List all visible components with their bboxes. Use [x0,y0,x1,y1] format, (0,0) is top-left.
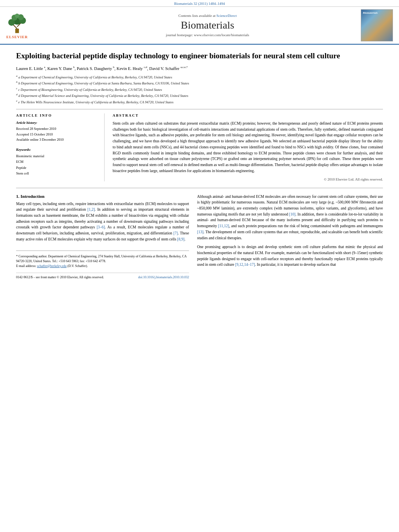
article-info-heading: ARTICLE INFO [16,113,98,117]
ref-9-12-14-17[interactable]: [9,12,14–17] [235,263,255,267]
history-label: Article history: [16,121,98,125]
keyword-3: Peptide [16,165,98,170]
keyword-2: ECM [16,159,98,164]
elsevier-logo: ELSEVIER [4,12,30,39]
body-left-col: 1. Introduction Many cell types, includi… [16,194,189,279]
journal-header: ELSEVIER Contents lists available at Sci… [0,7,399,45]
intro-paragraph-1: Many cell types, including stem cells, r… [16,201,189,242]
elsevier-tree-icon [4,12,30,34]
ref-7[interactable]: [7] [173,231,178,235]
article-history: Article history: Received 28 September 2… [16,121,98,143]
article-title: Exploiting bacterial peptide display tec… [16,51,383,61]
contents-line: Contents lists available at ScienceDirec… [179,14,237,18]
keywords-section: Keywords: Biomimetic material ECM Peptid… [16,148,98,177]
homepage-text: journal homepage: www.elsevier.com/locat… [166,33,249,37]
article-info-col: ARTICLE INFO Article history: Received 2… [16,113,105,181]
intro-paragraph-2: Although animal- and human-derived ECM m… [197,194,383,241]
journal-homepage: journal homepage: www.elsevier.com/locat… [166,33,249,37]
footnote-text: * Corresponding author. Department of Ch… [16,254,189,269]
authors-line: Lauren E. Little a, Karen Y. Dane b, Pat… [16,65,383,72]
top-bar: Biomaterials 32 (2011) 1484–1494 [0,0,399,7]
ref-1-2[interactable]: [1,2] [87,207,95,212]
ref-13[interactable]: [13] [197,230,204,234]
ref-3-6[interactable]: [3–6] [97,225,105,229]
received-date: Received 28 September 2010 [16,126,98,132]
doi-link[interactable]: doi:10.1016/j.biomaterials.2010.10.032 [138,275,189,279]
journal-header-center: Contents lists available at ScienceDirec… [60,9,355,41]
abstract-col: ABSTRACT Stem cells are often cultured o… [113,113,383,181]
affiliation-c: c c Department of Bioengineering, Univer… [16,86,383,92]
intro-paragraph-3: One promising approach is to design and … [197,244,383,268]
intro-heading: 1. Introduction [16,194,189,199]
journal-cover-image: Biomaterials [361,9,393,41]
affiliation-d: d d Department of Material Science and E… [16,92,383,99]
article-info-abstract-section: ARTICLE INFO Article history: Received 2… [16,113,383,181]
body-section: 1. Introduction Many cell types, includi… [16,188,383,279]
elsevier-brand-text: ELSEVIER [6,35,28,39]
bottom-info: 0142-9612/$ – see front matter © 2010 El… [16,273,189,279]
body-two-col: 1. Introduction Many cell types, includi… [16,194,383,279]
contents-text: Contents lists available at [179,14,216,18]
cover-label: Biomaterials [363,11,378,14]
ref-11-12[interactable]: [11,12] [218,224,229,228]
accepted-date: Accepted 15 October 2010 [16,132,98,138]
affiliation-e: e e The Helen Wills Neuroscience Institu… [16,99,383,105]
page-wrapper: Biomaterials 32 (2011) 1484–1494 [0,0,399,287]
journal-title: Biomaterials [181,19,234,31]
svg-point-8 [15,13,19,18]
issn-text: 0142-9612/$ – see front matter © 2010 El… [16,275,104,279]
abstract-text: Stem cells are often cultured on substra… [113,121,383,174]
available-date: Available online 3 December 2010 [16,137,98,143]
affiliations: a a Department of Chemical Engineering, … [16,74,383,105]
elsevier-logo-area: ELSEVIER [4,9,56,41]
article-content: Exploiting bacterial peptide display tec… [0,45,399,287]
affiliation-b: b b Department of Chemical Engineering, … [16,80,383,86]
keyword-4: Stem cell [16,170,98,176]
journal-ref-text: Biomaterials 32 (2011) 1484–1494 [174,2,225,6]
footnote-email: E-mail address: schaffer@berkeley.edu (D… [16,264,88,268]
body-right-col: Although animal- and human-derived ECM m… [197,194,383,279]
ref-10[interactable]: [10] [289,212,296,216]
divider-1 [16,109,383,109]
journal-cover-area: Biomaterials [359,9,395,41]
copyright-line: © 2010 Elsevier Ltd. All rights reserved… [113,177,383,181]
affiliation-a: a a Department of Chemical Engineering, … [16,74,383,80]
keywords-label: Keywords: [16,148,98,152]
ref-8-9[interactable]: [8,9] [177,237,185,241]
abstract-heading: ABSTRACT [113,113,383,117]
svg-rect-0 [15,29,19,33]
keyword-1: Biomimetic material [16,153,98,159]
footnote-section: * Corresponding author. Department of Ch… [16,251,189,269]
email-link[interactable]: schaffer@berkeley.edu [37,264,67,268]
sciencedirect-link[interactable]: ScienceDirect [216,14,237,18]
